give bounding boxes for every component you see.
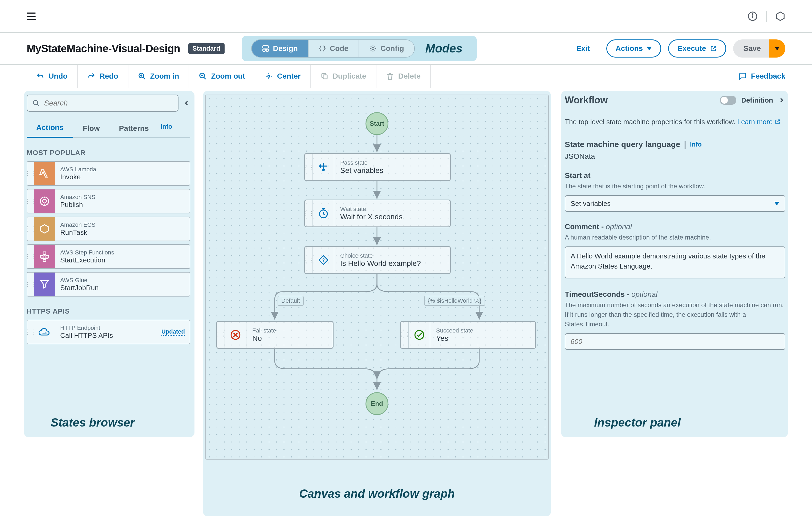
- svg-point-17: [33, 100, 37, 105]
- drag-grip-icon: ⋮⋮: [27, 162, 34, 185]
- code-icon: [319, 45, 326, 52]
- actions-dropdown[interactable]: Actions: [606, 39, 662, 58]
- search-icon: [32, 99, 40, 107]
- duplicate-button[interactable]: Duplicate: [311, 65, 376, 88]
- canvas-annotation: Canvas and workflow graph: [290, 487, 464, 500]
- comment-label: Comment - optional: [565, 223, 785, 231]
- exit-button[interactable]: Exit: [567, 39, 599, 58]
- info-circle-icon[interactable]: [748, 11, 758, 21]
- sidebar-tab-flow[interactable]: Flow: [73, 120, 110, 138]
- caret-down-icon: [774, 202, 780, 205]
- page-title: MyStateMachine-Visual-Design: [27, 42, 180, 55]
- drag-grip-icon: ⋮⋮: [305, 247, 313, 273]
- execute-button[interactable]: Execute: [668, 39, 726, 58]
- query-language-value: JSONata: [565, 152, 785, 161]
- svg-point-19: [40, 197, 49, 205]
- svg-rect-6: [266, 49, 268, 51]
- start-at-select[interactable]: Set variables: [565, 195, 785, 212]
- comment-help: A human-readable description of the stat…: [565, 233, 785, 242]
- redo-button[interactable]: Redo: [78, 65, 128, 88]
- choice-state-icon: ?: [313, 247, 334, 273]
- state-item-sfn-startexecution[interactable]: ⋮⋮ AWS Step Functions StartExecution: [27, 244, 190, 269]
- inspector-intro: The top level state machine properties f…: [565, 116, 785, 127]
- undo-button[interactable]: Undo: [27, 65, 78, 88]
- modes-callout: Design Code Config Modes: [242, 36, 477, 61]
- drag-grip-icon: ⋮⋮: [305, 200, 313, 227]
- edge-label-default: Default: [278, 296, 304, 306]
- save-button[interactable]: Save: [733, 39, 769, 58]
- inspector-annotation: Inspector panel: [594, 416, 681, 429]
- zoom-in-button[interactable]: Zoom in: [128, 65, 190, 88]
- glue-icon: [39, 279, 50, 290]
- cloud-api-icon: >API: [38, 326, 51, 338]
- search-input[interactable]: [44, 99, 173, 107]
- query-language-label: State machine query language | Info: [565, 140, 785, 149]
- learn-more-link[interactable]: Learn more: [737, 116, 781, 127]
- undo-icon: [36, 72, 44, 80]
- search-box[interactable]: [27, 94, 178, 112]
- pass-state-icon: [313, 154, 334, 180]
- inspector-panel: Workflow Definition The top level state …: [557, 88, 812, 519]
- svg-point-2: [752, 13, 753, 15]
- node-pass-state[interactable]: ⋮⋮ Pass state Set variables: [304, 153, 451, 181]
- section-most-popular: MOST POPULAR: [27, 149, 190, 157]
- node-wait-state[interactable]: ⋮⋮ Wait state Wait for X seconds: [304, 200, 451, 227]
- state-item-lambda-invoke[interactable]: ⋮⋮ AWS Lambda Invoke: [27, 161, 190, 186]
- hexagon-icon[interactable]: [775, 11, 785, 21]
- start-at-label: Start at: [565, 171, 785, 180]
- svg-rect-22: [43, 252, 46, 254]
- timeout-input[interactable]: [565, 333, 785, 350]
- state-item-ecs-runtask[interactable]: ⋮⋮ Amazon ECS RunTask: [27, 217, 190, 241]
- mode-tab-code[interactable]: Code: [309, 40, 359, 57]
- feedback-button[interactable]: Feedback: [739, 72, 785, 81]
- wait-state-icon: [313, 200, 334, 227]
- drag-grip-icon: ⋮⋮: [401, 322, 409, 348]
- end-terminal[interactable]: End: [366, 392, 388, 415]
- center-button[interactable]: Center: [255, 65, 311, 88]
- lambda-icon: [39, 168, 50, 179]
- timeout-label: TimeoutSeconds - optional: [565, 290, 785, 299]
- definition-toggle-label: Definition: [741, 96, 773, 105]
- trash-icon: [386, 72, 394, 80]
- sns-icon: [39, 196, 50, 207]
- comment-textarea[interactable]: [565, 247, 785, 279]
- drag-grip-icon: ⋮⋮: [27, 245, 34, 268]
- section-https-apis: HTTPS APIS: [27, 307, 190, 315]
- mode-tab-design[interactable]: Design: [252, 40, 309, 57]
- delete-button[interactable]: Delete: [376, 65, 431, 88]
- save-dropdown-button[interactable]: [769, 39, 785, 58]
- edge-label-condition: {% $isHelloWorld %}: [424, 296, 485, 306]
- center-icon: [265, 72, 273, 80]
- sidebar-tab-info-link[interactable]: Info: [161, 123, 172, 134]
- nav-hamburger[interactable]: [27, 12, 36, 20]
- definition-toggle[interactable]: [720, 96, 736, 105]
- state-item-sns-publish[interactable]: ⋮⋮ Amazon SNS Publish: [27, 189, 190, 213]
- collapse-sidebar-icon[interactable]: [183, 99, 190, 107]
- drag-grip-icon: ⋮⋮: [217, 322, 225, 348]
- start-terminal[interactable]: Start: [366, 112, 388, 135]
- svg-text:?: ?: [322, 258, 324, 262]
- succeed-state-icon: [409, 322, 430, 348]
- state-item-glue-startjobrun[interactable]: ⋮⋮ AWS Glue StartJobRun: [27, 272, 190, 296]
- svg-rect-16: [323, 75, 327, 79]
- node-fail-state[interactable]: ⋮⋮ Fail state No: [216, 321, 334, 349]
- query-language-info-link[interactable]: Info: [690, 141, 702, 148]
- node-choice-state[interactable]: ⋮⋮ ? Choice state Is Hello World example…: [304, 246, 451, 274]
- zoom-in-icon: [138, 72, 146, 80]
- states-browser-annotation: States browser: [51, 416, 135, 429]
- sidebar-tab-patterns[interactable]: Patterns: [109, 120, 158, 138]
- workflow-canvas[interactable]: Start ⋮⋮ Pass state Set variables ⋮⋮ Wai…: [205, 94, 549, 460]
- step-functions-icon: [39, 251, 50, 262]
- mode-tab-config[interactable]: Config: [359, 40, 414, 57]
- collapse-inspector-icon[interactable]: [778, 96, 785, 104]
- design-icon: [262, 45, 269, 52]
- zoom-out-button[interactable]: Zoom out: [189, 65, 255, 88]
- svg-rect-5: [263, 49, 265, 51]
- feedback-icon: [739, 72, 747, 80]
- sidebar-tab-actions[interactable]: Actions: [27, 119, 73, 138]
- ecs-icon: [39, 223, 50, 234]
- state-item-https-api[interactable]: ⋮⋮ >API HTTP Endpoint Call HTTPS APIs Up…: [27, 320, 190, 344]
- external-link-icon: [775, 119, 781, 125]
- zoom-out-icon: [199, 72, 207, 80]
- node-succeed-state[interactable]: ⋮⋮ Succeed state Yes: [400, 321, 536, 349]
